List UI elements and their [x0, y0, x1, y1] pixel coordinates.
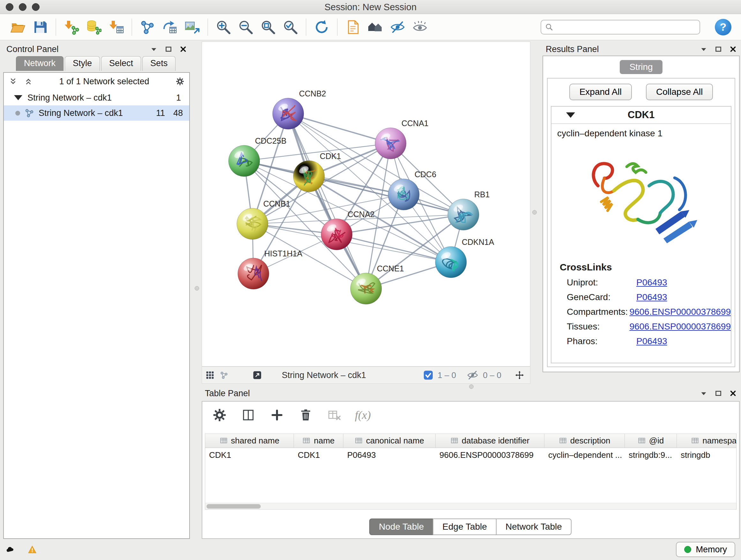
crosslink-link[interactable]: 9606.ENSP00000378699 [629, 307, 731, 317]
network-node-ccnb2[interactable] [273, 98, 304, 129]
network-node-hist1h1a[interactable] [238, 258, 269, 289]
zoom-in-button[interactable] [213, 17, 233, 37]
network-node-ccne1[interactable] [350, 273, 382, 304]
hidden-eye-slash-icon[interactable] [467, 369, 478, 381]
add-column-button[interactable] [269, 407, 285, 423]
zoom-selected-button[interactable] [280, 17, 300, 37]
scrollbar-thumb[interactable] [206, 504, 261, 509]
tree-expand-caret-icon[interactable] [14, 95, 22, 100]
collapse-all-button[interactable]: Collapse All [646, 84, 713, 100]
horizontal-scrollbar[interactable] [205, 503, 736, 509]
expand-all-button[interactable]: Expand All [569, 84, 632, 100]
panel-close-button[interactable] [179, 45, 187, 53]
table-cell[interactable]: CDK1 [294, 448, 343, 462]
delete-column-button[interactable] [297, 407, 314, 423]
birds-eye-view-button[interactable] [365, 17, 386, 37]
network-node-cdkn1a[interactable] [435, 246, 467, 278]
column-header-database-identifier[interactable]: database identifier [435, 434, 544, 448]
pan-mode-button[interactable] [515, 371, 524, 379]
column-header-name[interactable]: name [294, 434, 343, 448]
table-cell[interactable]: 9606.ENSP00000378699 [435, 448, 544, 462]
crosslink-link[interactable]: P06493 [636, 277, 667, 288]
collapse-all-networks-button[interactable] [9, 77, 17, 85]
tab-network[interactable]: Network [16, 56, 64, 71]
tab-style[interactable]: Style [65, 56, 100, 71]
new-table-from-network-button[interactable] [159, 17, 180, 37]
publication-document-button[interactable] [343, 17, 363, 37]
table-row[interactable]: CDK1CDK1P064939606.ENSP00000378699cyclin… [205, 448, 737, 462]
table-cell[interactable]: CDK1 [205, 448, 294, 462]
tab-string[interactable]: String [620, 60, 662, 74]
apply-layout-button[interactable] [312, 17, 332, 37]
tab-node-table[interactable]: Node Table [369, 518, 433, 535]
network-node-cdk1[interactable] [293, 161, 325, 192]
tab-network-table[interactable]: Network Table [496, 518, 571, 535]
import-table-button[interactable] [106, 17, 126, 37]
panel-float-button[interactable] [714, 45, 723, 53]
table-cell[interactable]: stringdb [677, 448, 737, 462]
crosslink-link[interactable]: 9606.ENSP00000378699 [629, 321, 731, 332]
panel-float-button[interactable] [164, 45, 173, 53]
network-edge[interactable] [288, 114, 366, 289]
help-button[interactable]: ? [715, 19, 731, 36]
network-node-ccna2[interactable] [321, 219, 352, 250]
gene-card-header[interactable]: CDK1 [551, 107, 731, 124]
crosslink-link[interactable]: P06493 [636, 292, 667, 302]
expand-all-networks-button[interactable] [24, 77, 32, 85]
tab-sets[interactable]: Sets [142, 56, 176, 71]
network-share-view-button[interactable] [220, 371, 228, 379]
zoom-out-button[interactable] [235, 17, 256, 37]
table-options-button[interactable] [211, 407, 228, 423]
network-row-selected[interactable]: String Network – cdk1 11 48 [4, 105, 189, 121]
panel-float-button[interactable] [714, 389, 723, 397]
vertical-splitter-handle[interactable] [195, 286, 199, 291]
show-columns-button[interactable] [240, 407, 257, 423]
crosslink-link[interactable]: P06493 [636, 336, 667, 347]
network-options-button[interactable] [176, 77, 184, 85]
import-network-file-button[interactable] [61, 17, 82, 37]
warnings-button[interactable] [28, 545, 37, 554]
panel-close-button[interactable] [729, 45, 737, 53]
tab-select[interactable]: Select [101, 56, 141, 71]
grid-view-button[interactable] [206, 371, 214, 379]
import-network-database-button[interactable] [84, 17, 104, 37]
hide-selected-button[interactable] [387, 17, 408, 37]
horizontal-splitter-handle[interactable] [469, 384, 474, 389]
table-cell[interactable]: P06493 [343, 448, 435, 462]
new-network-button[interactable] [137, 17, 158, 37]
network-collection-row[interactable]: String Network – cdk1 1 [4, 90, 189, 105]
column-header-canonical-name[interactable]: canonical name [343, 434, 435, 448]
tab-edge-table[interactable]: Edge Table [433, 518, 496, 535]
panel-menu-button[interactable] [699, 45, 708, 53]
column-header-shared-name[interactable]: shared name [205, 434, 294, 448]
network-node-ccnb1[interactable] [237, 208, 268, 240]
table-cell[interactable]: cyclin–dependent ... [544, 448, 625, 462]
network-node-cdc25b[interactable] [228, 145, 260, 177]
vertical-splitter-handle[interactable] [532, 210, 537, 214]
network-edge[interactable] [337, 234, 451, 262]
export-image-button[interactable] [182, 17, 202, 37]
table-cell[interactable]: stringdb:9... [625, 448, 677, 462]
open-session-button[interactable] [8, 17, 28, 37]
network-node-rb1[interactable] [448, 199, 479, 230]
show-all-button[interactable] [410, 17, 430, 37]
selected-checkbox-icon[interactable] [423, 370, 433, 380]
save-session-button[interactable] [30, 17, 51, 37]
function-builder-button[interactable]: f(x) [355, 408, 371, 422]
search-input[interactable] [556, 22, 696, 32]
network-canvas[interactable]: CCNB2CCNA1CDC25BCDK1CDC6RB1CCNB1CCNA2CDK… [202, 42, 530, 366]
cloud-status-button[interactable] [6, 545, 14, 554]
panel-menu-button[interactable] [699, 389, 708, 397]
detach-view-button[interactable] [253, 371, 261, 379]
column-header--id[interactable]: @id [625, 434, 677, 448]
zoom-fit-button[interactable] [258, 17, 278, 37]
network-edge[interactable] [288, 114, 391, 143]
memory-button[interactable]: Memory [676, 542, 735, 557]
network-node-ccna1[interactable] [375, 128, 406, 159]
delete-table-button[interactable] [326, 407, 343, 423]
panel-close-button[interactable] [729, 389, 737, 397]
column-header-namespace[interactable]: namespace [677, 434, 737, 448]
column-header-description[interactable]: description [544, 434, 625, 448]
network-node-cdc6[interactable] [388, 179, 419, 210]
collapse-caret-icon[interactable] [566, 112, 575, 118]
